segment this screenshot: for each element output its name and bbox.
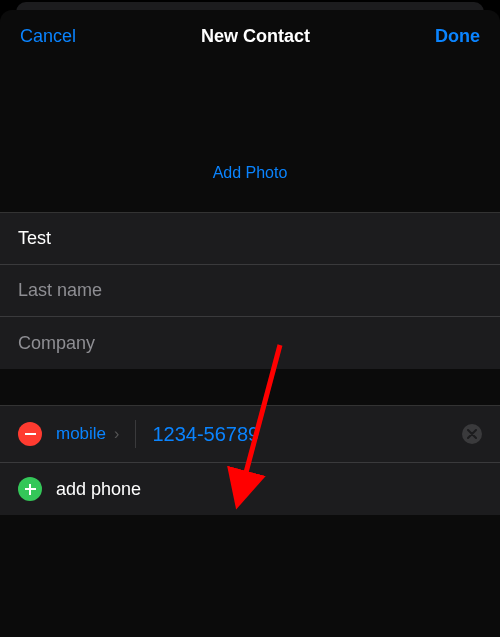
- phone-number-input[interactable]: 1234-56789: [152, 423, 454, 446]
- minus-icon: [18, 422, 42, 446]
- x-icon: [467, 429, 477, 439]
- company-placeholder: Company: [18, 333, 95, 354]
- last-name-field[interactable]: Last name: [0, 265, 500, 317]
- phone-row[interactable]: mobile › 1234-56789: [0, 406, 500, 463]
- company-field[interactable]: Company: [0, 317, 500, 369]
- avatar-placeholder[interactable]: [148, 55, 353, 150]
- clear-phone-button[interactable]: [462, 424, 482, 444]
- new-contact-sheet: Cancel New Contact Done Add Photo Test L…: [0, 10, 500, 637]
- first-name-field[interactable]: Test: [0, 213, 500, 265]
- last-name-placeholder: Last name: [18, 280, 102, 301]
- add-photo-button[interactable]: Add Photo: [213, 164, 288, 182]
- name-section: Test Last name Company: [0, 212, 500, 369]
- modal-header: Cancel New Contact Done: [0, 10, 500, 55]
- add-phone-button[interactable]: [18, 477, 42, 501]
- add-phone-row[interactable]: add phone: [0, 463, 500, 515]
- modal-title: New Contact: [201, 26, 310, 47]
- avatar-section: Add Photo: [0, 55, 500, 212]
- remove-phone-button[interactable]: [18, 422, 42, 446]
- first-name-value: Test: [18, 228, 51, 249]
- chevron-right-icon: ›: [114, 425, 119, 443]
- phone-label-picker[interactable]: mobile ›: [56, 420, 136, 448]
- phone-section: mobile › 1234-56789 add phone: [0, 405, 500, 515]
- add-phone-label: add phone: [56, 479, 141, 500]
- done-button[interactable]: Done: [435, 26, 480, 47]
- cancel-button[interactable]: Cancel: [20, 26, 76, 47]
- phone-label-text: mobile: [56, 424, 106, 444]
- plus-icon: [18, 477, 42, 501]
